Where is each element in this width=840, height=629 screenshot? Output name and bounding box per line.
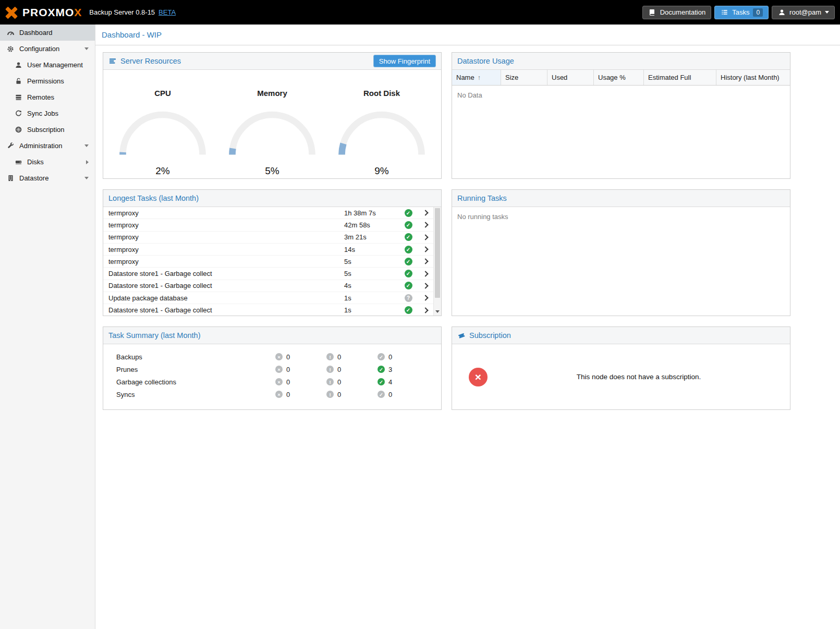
- open-task-button[interactable]: [418, 308, 433, 312]
- ok-icon: ✓: [378, 378, 385, 385]
- caret-down-icon[interactable]: [84, 177, 89, 179]
- caret-down-icon[interactable]: [84, 144, 89, 147]
- task-row[interactable]: termproxy1h 38m 7s✓: [103, 207, 433, 219]
- documentation-label: Documentation: [660, 8, 705, 16]
- proxmox-logo: PROXMOX: [5, 6, 82, 19]
- datastore-usage-panel: Datastore Usage Name↑SizeUsedUsage %Esti…: [452, 52, 790, 179]
- scrollbar[interactable]: [433, 207, 441, 316]
- running-tasks-title: Running Tasks: [457, 194, 507, 202]
- status-ok-icon: ✓: [405, 246, 412, 253]
- gauge-root-disk: Root Disk9%: [328, 89, 435, 178]
- proxmox-x-icon: [5, 6, 18, 19]
- task-summary-panel: Task Summary (last Month) Backups×0!0✓0P…: [103, 326, 442, 410]
- task-row[interactable]: termproxy42m 58s✓: [103, 219, 433, 231]
- sync-icon: [14, 110, 22, 117]
- status-unknown-icon: ?: [405, 294, 412, 302]
- open-task-button[interactable]: [418, 247, 433, 251]
- column-header-size[interactable]: Size: [501, 70, 547, 85]
- beta-link[interactable]: BETA: [159, 8, 176, 16]
- column-header-history-last-month[interactable]: History (last Month): [716, 70, 790, 85]
- task-row[interactable]: Datastore store1 - Garbage collect1s✓: [103, 304, 433, 316]
- user-icon: [777, 9, 786, 16]
- scrollbar-thumb[interactable]: [435, 208, 440, 298]
- caret-right-icon[interactable]: [86, 160, 89, 164]
- column-header-name[interactable]: Name↑: [452, 70, 501, 85]
- running-tasks-panel: Running Tasks No running tasks: [452, 189, 790, 316]
- chevron-right-icon: [422, 295, 428, 301]
- chevron-right-icon: [422, 246, 428, 252]
- ok-icon: ✓: [378, 391, 385, 398]
- open-task-button[interactable]: [418, 272, 433, 276]
- summary-row-backups: Backups×0!0✓0: [103, 350, 441, 363]
- open-task-button[interactable]: [418, 235, 433, 239]
- sidebar-item-remotes[interactable]: Remotes: [0, 89, 95, 105]
- brand-text: PROXMO: [22, 6, 74, 18]
- datastore-usage-header: Datastore Usage: [452, 53, 790, 70]
- main-content: Dashboard - WIP Server Resources Show Fi…: [95, 25, 840, 629]
- unlock-icon: [14, 78, 22, 85]
- task-row[interactable]: termproxy3m 21s✓: [103, 232, 433, 244]
- sidebar-item-datastore[interactable]: Datastore: [0, 170, 95, 186]
- summary-row-prunes: Prunes×0!0✓3: [103, 363, 441, 376]
- datastore-usage-empty-text: No Data: [452, 86, 790, 105]
- running-tasks-empty-text: No running tasks: [452, 207, 790, 226]
- subscription-panel: Subscription × This node does not have a…: [452, 326, 790, 410]
- subscription-header: Subscription: [452, 327, 790, 344]
- show-fingerprint-button[interactable]: Show Fingerprint: [373, 55, 436, 67]
- sidebar-item-disks[interactable]: Disks: [0, 154, 95, 170]
- scroll-down-icon: [435, 310, 440, 313]
- longest-tasks-title: Longest Tasks (last Month): [108, 194, 199, 202]
- longest-tasks-list: termproxy1h 38m 7s✓termproxy42m 58s✓term…: [103, 207, 441, 316]
- task-row[interactable]: Update package database1s?: [103, 292, 433, 304]
- sidebar-item-sync-jobs[interactable]: Sync Jobs: [0, 105, 95, 122]
- open-task-button[interactable]: [418, 211, 433, 215]
- sidebar-item-dashboard[interactable]: Dashboard: [0, 25, 95, 41]
- tasks-button[interactable]: Tasks 0: [714, 6, 769, 19]
- page-title: Dashboard - WIP: [102, 30, 162, 39]
- open-task-button[interactable]: [418, 284, 433, 288]
- status-ok-icon: ✓: [405, 270, 412, 277]
- sidebar-item-user-management[interactable]: User Management: [0, 57, 95, 73]
- sidebar-item-configuration[interactable]: Configuration: [0, 41, 95, 57]
- dashboard-grid: Server Resources Show Fingerprint CPU2%M…: [95, 45, 840, 410]
- sidebar-item-permissions[interactable]: Permissions: [0, 73, 95, 89]
- documentation-button[interactable]: Documentation: [642, 6, 711, 19]
- longest-tasks-header: Longest Tasks (last Month): [103, 190, 441, 207]
- open-task-button[interactable]: [418, 259, 433, 263]
- book-icon: [648, 9, 656, 16]
- column-header-used[interactable]: Used: [547, 70, 594, 85]
- error-icon: ×: [275, 378, 283, 385]
- gauge-value: 9%: [328, 165, 435, 177]
- gears-icon: [6, 45, 15, 53]
- server-resources-header: Server Resources Show Fingerprint: [103, 53, 441, 70]
- status-ok-icon: ✓: [405, 306, 412, 314]
- column-header-estimated-full[interactable]: Estimated Full: [644, 70, 716, 85]
- task-row[interactable]: termproxy5s✓: [103, 256, 433, 268]
- error-icon: ×: [275, 353, 283, 360]
- open-task-button[interactable]: [418, 296, 433, 300]
- status-ok-icon: ✓: [405, 258, 412, 265]
- tasks-label: Tasks: [732, 8, 749, 16]
- chevron-right-icon: [422, 210, 428, 215]
- chevron-right-icon: [422, 283, 428, 288]
- task-row[interactable]: Datastore store1 - Garbage collect4s✓: [103, 280, 433, 292]
- caret-down-icon[interactable]: [84, 47, 89, 50]
- sidebar-item-administration[interactable]: Administration: [0, 138, 95, 154]
- datastore-usage-body: Name↑SizeUsedUsage %Estimated FullHistor…: [452, 70, 790, 178]
- chevron-right-icon: [422, 234, 428, 240]
- brand-wordmark: PROXMOX: [22, 6, 82, 19]
- subscription-ticket-icon: [457, 332, 466, 339]
- version-text: Backup Server 0.8-15: [89, 8, 155, 16]
- column-header-usage[interactable]: Usage %: [594, 70, 644, 85]
- datastore-usage-title: Datastore Usage: [457, 57, 514, 65]
- sidebar-item-subscription[interactable]: Subscription: [0, 122, 95, 138]
- open-task-button[interactable]: [418, 223, 433, 227]
- chevron-right-icon: [422, 307, 428, 313]
- task-row[interactable]: termproxy14s✓: [103, 244, 433, 256]
- user-menu-button[interactable]: root@pam: [772, 6, 835, 19]
- hdd-icon: [14, 159, 22, 166]
- task-row[interactable]: Datastore store1 - Garbage collect5s✓: [103, 268, 433, 280]
- building-icon: [6, 175, 15, 182]
- scroll-down-button[interactable]: [434, 308, 441, 316]
- warning-icon: !: [326, 378, 334, 385]
